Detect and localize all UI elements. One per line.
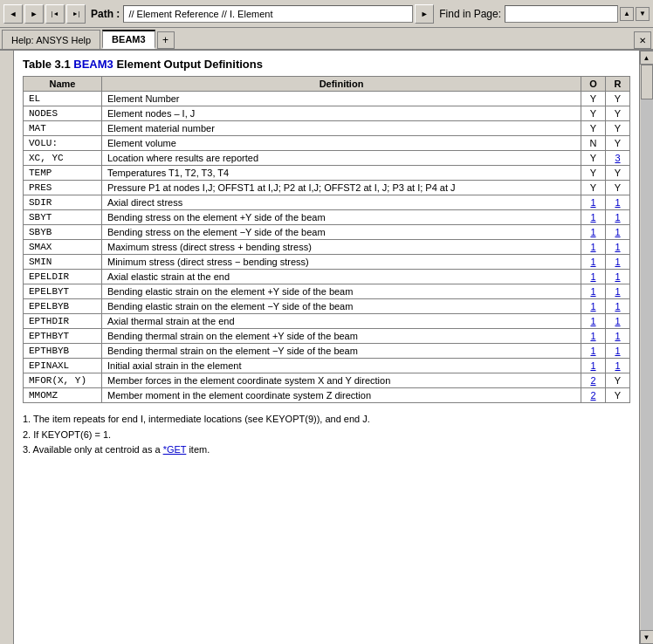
table-title-text: Table 3.1	[23, 58, 73, 71]
cell-r: 1	[606, 284, 630, 299]
footnote-link-r[interactable]: 1	[615, 257, 620, 267]
path-label: Path :	[91, 8, 120, 20]
cell-name: EL	[24, 92, 102, 106]
cell-definition: Element Number	[102, 92, 581, 106]
cell-r: 1	[606, 329, 630, 344]
nav-first-button[interactable]: |◄	[45, 4, 65, 24]
col-header-definition: Definition	[102, 77, 581, 92]
cell-definition: Initial axial strain in the element	[102, 359, 581, 373]
content-area: Table 3.1 BEAM3 Element Output Definitio…	[0, 51, 653, 644]
get-link[interactable]: *GET	[163, 444, 187, 455]
scrollbar-track[interactable]	[641, 65, 653, 630]
cell-definition: Member forces in the element coordinate …	[102, 373, 581, 388]
table-row: SMINMinimum stress (direct stress − bend…	[24, 255, 630, 270]
cell-r: Y	[606, 166, 630, 181]
footnote-link-r[interactable]: 1	[615, 316, 620, 326]
footnote-link-r[interactable]: 1	[615, 286, 620, 297]
footnote-1: 1. The item repeats for end I, intermedi…	[23, 412, 630, 428]
footnote-link-o[interactable]: 1	[590, 197, 595, 208]
cell-definition: Element material number	[102, 121, 581, 136]
footnote-link-o[interactable]: 1	[590, 212, 595, 223]
cell-r: 1	[606, 225, 630, 240]
table-row: MATElement material numberYY	[24, 121, 630, 136]
footnote-link-r[interactable]: 1	[615, 301, 620, 312]
cell-name: VOLU:	[24, 136, 102, 151]
footnote-link-r[interactable]: 1	[615, 360, 620, 371]
cell-definition: Axial thermal strain at the end	[102, 314, 581, 329]
tab-add-button[interactable]: +	[157, 31, 175, 49]
footnote-link-o[interactable]: 1	[590, 257, 595, 267]
footnote-link-o[interactable]: 1	[590, 301, 595, 312]
footnote-link-o[interactable]: 1	[590, 316, 595, 326]
cell-o: 1	[581, 270, 606, 284]
table-row: TEMPTemperatures T1, T2, T3, T4YY	[24, 166, 630, 181]
table-row: SBYTBending stress on the element +Y sid…	[24, 210, 630, 225]
footnote-link-o[interactable]: 1	[590, 242, 595, 252]
footnote-link-r[interactable]: 1	[615, 271, 620, 282]
footnote-link-r[interactable]: 1	[615, 331, 620, 341]
cell-r: Y	[606, 121, 630, 136]
table-row: MFOR(X, Y)Member forces in the element c…	[24, 373, 630, 388]
table-row: SDIRAxial direct stress11	[24, 195, 630, 210]
cell-definition: Bending elastic strain on the element −Y…	[102, 299, 581, 314]
left-sidebar	[0, 51, 14, 644]
tab-help[interactable]: Help: ANSYS Help	[2, 30, 100, 49]
cell-r: 1	[606, 240, 630, 255]
footnote-link-o[interactable]: 2	[590, 390, 595, 401]
beam3-highlight: BEAM3	[73, 58, 113, 71]
footnote-link-r[interactable]: 1	[615, 242, 620, 252]
path-go-button[interactable]	[415, 4, 434, 24]
toolbar: |◄ ►| Path : Find in Page: ▲ ▼	[0, 0, 653, 28]
cell-definition: Bending stress on the element +Y side of…	[102, 210, 581, 225]
table-title-suffix: Element Output Definitions	[113, 58, 263, 71]
table-row: NODESElement nodes – I, JYY	[24, 106, 630, 121]
tab-beam3[interactable]: BEAM3	[102, 30, 155, 49]
tab-close-button[interactable]: ✕	[634, 31, 651, 49]
cell-name: EPELBYB	[24, 299, 102, 314]
footnotes: 1. The item repeats for end I, intermedi…	[23, 412, 630, 458]
cell-r: Y	[606, 136, 630, 151]
cell-o: N	[581, 136, 606, 151]
scrollbar-down-button[interactable]: ▼	[640, 630, 654, 644]
cell-name: SMAX	[24, 240, 102, 255]
table-row: EPTHDIRAxial thermal strain at the end11	[24, 314, 630, 329]
footnote-link-o[interactable]: 1	[590, 227, 595, 237]
cell-name: PRES	[24, 181, 102, 195]
cell-o: Y	[581, 151, 606, 166]
footnote-3: 3. Available only at centroid as a *GET …	[23, 442, 630, 458]
footnote-link-r[interactable]: 1	[615, 227, 620, 237]
cell-r: Y	[606, 92, 630, 106]
cell-name: NODES	[24, 106, 102, 121]
nav-last-button[interactable]: ►|	[66, 4, 86, 24]
footnote-link-r[interactable]: 1	[615, 197, 620, 208]
find-next-button[interactable]: ▼	[636, 7, 650, 21]
table-row: SMAXMaximum stress (direct stress + bend…	[24, 240, 630, 255]
footnote-link-o[interactable]: 1	[590, 271, 595, 282]
footnote-link-o[interactable]: 1	[590, 346, 595, 356]
scrollbar-thumb[interactable]	[641, 65, 653, 99]
table-row: ELElement NumberYY	[24, 92, 630, 106]
footnote-link-o[interactable]: 2	[590, 375, 595, 386]
footnote-link-r[interactable]: 1	[615, 346, 620, 356]
footnote-link-o[interactable]: 1	[590, 360, 595, 371]
cell-name: XC, YC	[24, 151, 102, 166]
col-header-name: Name	[24, 77, 102, 92]
path-input[interactable]	[123, 5, 413, 23]
scrollbar-up-button[interactable]: ▲	[640, 51, 654, 65]
footnote-link-r[interactable]: 1	[615, 212, 620, 223]
footnote-link-o[interactable]: 1	[590, 286, 595, 297]
cell-definition: Member moment in the element coordinate …	[102, 388, 581, 403]
find-prev-button[interactable]: ▲	[620, 7, 634, 21]
cell-o: 1	[581, 314, 606, 329]
footnote-link-r[interactable]: 3	[615, 153, 620, 163]
nav-forward-button[interactable]	[24, 4, 44, 24]
table-row: PRESPressure P1 at nodes I,J; OFFST1 at …	[24, 181, 630, 195]
nav-back-button[interactable]	[3, 4, 23, 24]
cell-o: 1	[581, 255, 606, 270]
find-input[interactable]	[505, 5, 618, 23]
cell-r: 1	[606, 314, 630, 329]
cell-o: 1	[581, 284, 606, 299]
footnote-link-o[interactable]: 1	[590, 331, 595, 341]
cell-name: EPTHDIR	[24, 314, 102, 329]
cell-o: Y	[581, 121, 606, 136]
